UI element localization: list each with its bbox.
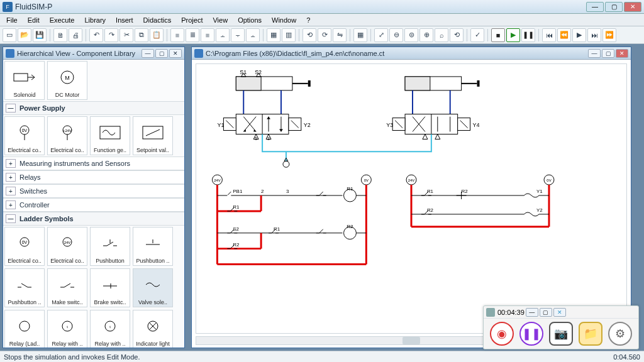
component-brake-switch[interactable]: Brake switc..	[90, 268, 130, 307]
print-preview-icon[interactable]: 🗎	[53, 28, 67, 42]
panel-min-button[interactable]: —	[142, 49, 154, 58]
fast-fwd-icon[interactable]: ⏩	[602, 28, 616, 42]
recorder-max[interactable]: ▢	[540, 308, 552, 317]
record-button[interactable]: ◉	[490, 322, 514, 346]
component-relay-with2[interactable]: tRelay with ..	[90, 310, 130, 348]
step-forward-icon[interactable]: ⏭	[587, 28, 601, 42]
component-make-switch[interactable]: Make switc..	[47, 268, 87, 307]
open-folder-button[interactable]: 📁	[579, 322, 602, 346]
align-bottom-icon[interactable]: ⫠	[246, 28, 260, 42]
paste-icon[interactable]: 📋	[150, 28, 164, 42]
menu-window[interactable]: Window	[267, 15, 301, 25]
rewind-icon[interactable]: ⏮	[542, 28, 556, 42]
rotate-right-icon[interactable]: ⟳	[318, 28, 331, 42]
panel-max-button[interactable]: ▢	[155, 49, 168, 58]
menu-help[interactable]: ?	[301, 15, 315, 25]
save-file-icon[interactable]: 💾	[33, 28, 47, 42]
ladder-left: 24V 0V PB123 R1	[212, 175, 371, 264]
zoom-100-icon[interactable]: ⊜	[404, 28, 418, 42]
zoom-prev-icon[interactable]: ⟲	[450, 28, 464, 42]
cut-icon[interactable]: ✂	[119, 28, 133, 42]
library-panel-title[interactable]: Hierarchical View - Component Library — …	[3, 47, 184, 60]
svg-line-106	[319, 192, 323, 195]
document-title-bar[interactable]: C:\Program Files (x86)\Didactic\fl_sim_p…	[192, 47, 631, 60]
panel-close-button[interactable]: ✕	[169, 49, 182, 58]
menu-file[interactable]: File	[1, 15, 23, 25]
pause-sim-button[interactable]: ❚❚	[521, 28, 535, 42]
section-ladder[interactable]: —Ladder Symbols	[3, 212, 184, 226]
close-button[interactable]: ✕	[624, 2, 641, 12]
menu-options[interactable]: Options	[233, 15, 267, 25]
menu-insert[interactable]: Insert	[111, 15, 138, 25]
component-pushbutton-nc[interactable]: Pushbutton ..	[133, 227, 173, 266]
recorder-close[interactable]: ✕	[553, 308, 566, 317]
zoom-in-icon[interactable]: ⊕	[419, 28, 433, 42]
stop-sim-button[interactable]: ■	[491, 28, 505, 42]
menu-view[interactable]: View	[208, 15, 233, 25]
zoom-out-icon[interactable]: ⊖	[389, 28, 403, 42]
doc-min-button[interactable]: —	[588, 49, 601, 58]
component-valve-solenoid[interactable]: Valve sole..	[133, 268, 173, 307]
component-setpoint[interactable]: Setpoint val..	[133, 116, 173, 155]
section-relays[interactable]: +Relays	[3, 170, 184, 184]
align-left-icon[interactable]: ≡	[170, 28, 184, 42]
align-top-icon[interactable]: ⫠	[216, 28, 230, 42]
align-right-icon[interactable]: ≡	[201, 28, 214, 42]
svg-line-30	[64, 283, 70, 287]
group-icon[interactable]: ▦	[267, 28, 280, 42]
svg-text:+24V: +24V	[63, 129, 72, 133]
redo-icon[interactable]: ↷	[104, 28, 118, 42]
component-dc-motor[interactable]: M DC Motor	[47, 61, 87, 100]
component-0v[interactable]: 0VElectrical co..	[4, 116, 45, 155]
screenshot-button[interactable]: 📷	[549, 322, 573, 346]
menu-didactics[interactable]: Didactics	[138, 15, 177, 25]
play-sim-button[interactable]: ▶	[506, 28, 520, 42]
component-function-gen[interactable]: Function ge..	[90, 116, 130, 155]
zoom-area-icon[interactable]: ⌕	[435, 28, 448, 42]
recorder-min[interactable]: —	[526, 308, 538, 317]
grid-icon[interactable]: ▦	[353, 28, 367, 42]
schematic-canvas[interactable]: S1 S2	[196, 63, 627, 334]
section-switches[interactable]: +Switches	[3, 184, 184, 198]
menu-execute[interactable]: Execute	[45, 15, 80, 25]
step-play-icon[interactable]: ▶	[572, 28, 586, 42]
main-toolbar: ▭ 📂 💾 🗎 🖨 ↶ ↷ ✂ ⧉ 📋 ≡ ≣ ≡ ⫠ ⫟ ⫠ ▦ ▥ ⟲ ⟳ …	[0, 26, 644, 44]
component-relay-ladder[interactable]: Relay (Lad..	[4, 310, 45, 348]
menu-library[interactable]: Library	[79, 15, 111, 25]
align-center-icon[interactable]: ≣	[186, 28, 199, 42]
component-pushbutton2[interactable]: Pushbutton ..	[4, 268, 45, 307]
undo-icon[interactable]: ↶	[89, 28, 103, 42]
menu-project[interactable]: Project	[176, 15, 208, 25]
section-measuring[interactable]: +Measuring instruments and Sensors	[3, 156, 184, 170]
component-ladder-0v[interactable]: 0VElectrical co..	[4, 227, 45, 266]
mirror-icon[interactable]: ⇋	[333, 28, 347, 42]
maximize-button[interactable]: ▢	[605, 2, 623, 12]
component-relay-with[interactable]: tRelay with ..	[47, 310, 87, 348]
check-icon[interactable]: ✓	[470, 28, 484, 42]
section-controller[interactable]: +Controller	[3, 198, 184, 212]
component-24v[interactable]: +24VElectrical co..	[47, 116, 87, 155]
zoom-fit-icon[interactable]: ⤢	[374, 28, 388, 42]
print-icon[interactable]: 🖨	[69, 28, 82, 42]
component-solenoid[interactable]: Solenoid	[4, 61, 45, 100]
component-indicator-light[interactable]: Indicator light	[133, 310, 173, 348]
rotate-left-icon[interactable]: ⟲	[303, 28, 316, 42]
menu-edit[interactable]: Edit	[23, 15, 45, 25]
svg-text:R1: R1	[274, 226, 280, 232]
section-power-supply[interactable]: —Power Supply	[3, 101, 184, 115]
recorder-pause-button[interactable]: ❚❚	[519, 322, 543, 346]
component-pushbutton[interactable]: Pushbutton	[90, 227, 130, 266]
minimize-button[interactable]: —	[586, 2, 604, 12]
copy-icon[interactable]: ⧉	[135, 28, 148, 42]
recorder-settings-button[interactable]: ⚙	[608, 322, 632, 346]
status-text: Stops the simulation and invokes Edit Mo…	[4, 353, 140, 361]
step-back-icon[interactable]: ⏪	[557, 28, 571, 42]
ungroup-icon[interactable]: ▥	[282, 28, 296, 42]
screen-recorder-widget[interactable]: 00:04:39 — ▢ ✕ ◉ ❚❚ 📷 📁 ⚙	[483, 305, 639, 349]
doc-close-button[interactable]: ✕	[616, 49, 628, 58]
new-file-icon[interactable]: ▭	[3, 28, 16, 42]
align-middle-icon[interactable]: ⫟	[231, 28, 245, 42]
open-file-icon[interactable]: 📂	[18, 28, 31, 42]
component-ladder-24v[interactable]: 24VElectrical co..	[47, 227, 87, 266]
doc-max-button[interactable]: ▢	[602, 49, 614, 58]
